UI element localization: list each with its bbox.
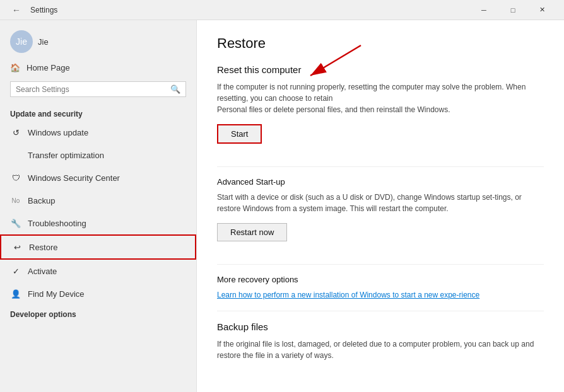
sidebar-item-backup[interactable]: No Backup [0,189,196,212]
activate-icon: ✓ [10,265,21,277]
security-icon: 🛡 [10,172,21,183]
backup-section: Backup files If the original file is los… [217,321,544,361]
sidebar-item-windows-update[interactable]: ↺ Windows update [0,121,196,144]
sidebar-item-home[interactable]: 🏠 Home Page [0,58,196,78]
advanced-section: Advanced Start-up Start with a device or… [217,177,544,254]
divider-1 [217,166,544,167]
sidebar-item-label: Transfer optimization [28,151,104,160]
divider-2 [217,264,544,265]
page-title: Restore [217,35,544,52]
maximize-button[interactable]: □ [498,0,527,20]
find-device-icon: 👤 [10,288,21,299]
backup-desc: If the original file is lost, damaged, o… [217,338,544,361]
sidebar-item-label: Activate [28,267,57,276]
transfer-icon [10,149,21,161]
titlebar: ← Settings ─ □ ✕ [0,0,564,20]
start-button[interactable]: Start [217,124,262,144]
search-input[interactable] [16,85,170,94]
advanced-title: Advanced Start-up [217,177,544,187]
avatar: Jie [10,30,33,53]
avatar-initials: Jie [16,37,27,47]
sidebar: Jie Jie 🏠 Home Page 🔍 Update and securit… [0,20,197,392]
sidebar-item-label: Windows Security Center [28,173,120,183]
sidebar-item-label: Restore [29,243,58,252]
sidebar-item-label: Windows update [28,128,88,137]
divider-3 [217,311,544,311]
advanced-desc: Start with a device or disk (such as a U… [217,192,544,214]
user-section: Jie Jie [0,20,196,58]
home-label: Home Page [26,63,70,72]
sidebar-item-windows-security[interactable]: 🛡 Windows Security Center [0,166,196,189]
sidebar-item-label: Backup [28,196,55,205]
developer-section-header: Developer options [0,305,196,321]
recovery-link[interactable]: Learn how to perform a new installation … [217,291,479,299]
back-icon: ← [12,5,21,15]
restart-now-button[interactable]: Restart now [217,223,287,241]
sidebar-item-activate[interactable]: ✓ Activate [0,260,196,282]
recovery-section: More recovery options Learn how to perfo… [217,275,544,301]
search-container: 🔍 [0,78,196,105]
windows-update-icon: ↺ [10,127,21,138]
nav-buttons: ← [8,1,25,19]
sidebar-item-restore[interactable]: ↩ Restore [0,234,196,260]
reset-title: Reset this computer [217,64,544,75]
sidebar-item-troubleshooting[interactable]: 🔧 Troubleshooting [0,212,196,234]
troubleshoot-icon: 🔧 [10,217,21,229]
window-controls: ─ □ ✕ [469,0,556,20]
backup-icon: No [10,195,21,206]
reset-section: Reset this computer If the computer is n… [217,64,544,156]
back-button[interactable]: ← [8,1,25,19]
recovery-title: More recovery options [217,275,544,284]
sidebar-item-label: Find My Device [28,289,85,299]
sidebar-item-find-my-device[interactable]: 👤 Find My Device [0,282,196,305]
home-icon: 🏠 [10,63,20,72]
main-content: Restore Reset this computer If the compu… [197,20,564,392]
app-title: Settings [30,6,57,14]
restore-icon: ↩ [11,241,23,253]
user-name: Jie [38,37,49,47]
search-icon[interactable]: 🔍 [170,84,180,94]
backup-title: Backup files [217,321,544,332]
sidebar-item-label: Troubleshooting [28,219,86,228]
app-body: Jie Jie 🏠 Home Page 🔍 Update and securit… [0,20,564,392]
minimize-button[interactable]: ─ [469,0,498,20]
search-box[interactable]: 🔍 [10,81,186,97]
close-button[interactable]: ✕ [527,0,556,20]
sidebar-item-transfer-optimization[interactable]: Transfer optimization [0,144,196,166]
reset-desc1: If the computer is not running properly,… [217,81,544,115]
section-header: Update and security [0,105,196,121]
